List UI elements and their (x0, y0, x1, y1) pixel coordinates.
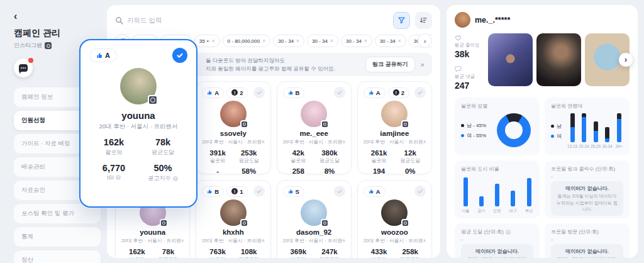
chip-remove-icon[interactable]: × (398, 38, 401, 44)
influencer-meta: 20대 후반 · 서울시 · 프리랜서 (202, 237, 264, 244)
search-input[interactable] (127, 16, 388, 24)
chip-remove-icon[interactable]: × (296, 38, 299, 44)
selected-influencer-card[interactable]: A youuna 20대 후반 · 서울시 · 프리랜서 162k 팔로워 78… (79, 39, 197, 208)
back-icon[interactable]: ‹ (14, 11, 106, 21)
influencer-card[interactable]: A ! woozoo 20대 후반 · 서울시 · 프리랜서 433k팔로워 2… (357, 180, 432, 258)
post-thumbnail[interactable] (488, 33, 533, 86)
notice-close-icon[interactable]: × (421, 61, 425, 69)
influencer-card[interactable]: B ! 1 khxhh 20대 후반 · 서울시 · 프리랜서 763k팔로워 … (196, 180, 270, 258)
chip-remove-icon[interactable]: × (212, 38, 215, 44)
post-thumbnail[interactable] (536, 33, 581, 86)
info-icon: ? (173, 176, 178, 181)
legend-dot-female (461, 134, 464, 137)
city-bar: 경기 (477, 177, 486, 214)
check-icon (417, 89, 423, 96)
gender-chart-card: 팔로워 성별 남 - 45% 여 - 55% (455, 98, 540, 155)
chip-remove-icon[interactable]: × (364, 38, 367, 44)
ad-index-stat: 8%광고지수? (314, 167, 345, 174)
camera-icon (240, 219, 248, 227)
no-data-box: 데이터가 없습니다. 통계는 3개월 이상의 데이터가 누적되는 시점부터 업데… (551, 244, 623, 258)
reach-stat: 247k평균도달 (314, 248, 345, 258)
influencer-card[interactable]: S ! dasom_92 20대 후반 · 서울시 · 프리랜서 369k팔로워… (277, 180, 352, 258)
influencer-card[interactable]: B ! me._eee 20대 후반 · 서울시 · 프리랜서 42k팔로워 3… (277, 81, 352, 174)
select-checkbox[interactable] (253, 87, 265, 98)
select-checkbox[interactable] (334, 87, 345, 98)
app-window: ‹ 캠페인 관리 인스타그램 캠페인 정보 인원선정 가이드 · 자료 배정 배… (0, 0, 644, 263)
avatar (381, 101, 408, 127)
grade-badge: A (364, 186, 386, 197)
influencer-name: ssovely (202, 130, 264, 137)
grade-badge: B (283, 87, 305, 98)
avg-comments-stat: 평균 댓글 247 (455, 66, 482, 91)
grade-badge: A (364, 87, 386, 98)
camera-icon (321, 219, 329, 227)
thumb-up-icon (207, 90, 213, 96)
select-checkbox[interactable] (334, 186, 345, 197)
followers-stat: 42k팔로워 (283, 149, 314, 164)
followers-stat: 433k팔로워 (364, 248, 395, 258)
check-icon (336, 89, 343, 96)
filter-chip[interactable]: 0 - 80,000,000× (223, 35, 271, 47)
influencer-name: youuna (121, 228, 184, 236)
heart-icon (455, 35, 462, 41)
alert-icon: ! (393, 89, 399, 96)
influencer-card[interactable]: A ! 2 iamjinee 20대 후반 · 서울시 · 프리랜서 261k팔… (357, 81, 432, 174)
age-chart-card: 팔로워 연령대 남 여 13-1920-2425-2930-3434+ (545, 98, 630, 155)
thumb-up-icon (96, 52, 103, 59)
filter-button[interactable] (393, 12, 410, 29)
sidebar-item-settlement[interactable]: 정산 (14, 250, 101, 263)
followers-stat: 162k팔로워 (121, 248, 153, 258)
filter-chip[interactable]: 30 - 34× (341, 35, 372, 47)
gender-donut (497, 113, 531, 147)
search-field[interactable] (115, 16, 388, 25)
avatar (120, 68, 157, 104)
sidebar-item-statistics[interactable]: 통계 (14, 227, 101, 247)
detail-username: me._.***** (475, 16, 510, 25)
city-bar: 부산 (525, 177, 533, 214)
alert-badge: ! 1 (226, 186, 248, 197)
influencer-name: woozoo (364, 228, 426, 236)
chips-scroll-next-button[interactable]: › (418, 33, 432, 48)
influencer-meta: 20대 후반 · 서울시 · 프리랜서 (121, 237, 184, 244)
influencer-card[interactable]: A ! 2 ssovely 20대 후반 · 서울시 · 프리랜서 391k팔로… (196, 81, 270, 174)
instagram-icon (45, 42, 52, 49)
sort-button[interactable] (415, 12, 432, 29)
select-checkbox[interactable] (253, 186, 265, 197)
reach-stat: 380k평균도달 (314, 149, 345, 164)
city-bar: 대구 (509, 177, 518, 214)
influencer-name: me._eee (283, 130, 345, 137)
avatar (301, 199, 327, 226)
camera-icon (401, 219, 409, 227)
chat-button[interactable] (14, 59, 33, 77)
chip-remove-icon[interactable]: × (262, 38, 265, 44)
posts-next-button[interactable]: › (619, 53, 633, 67)
filter-chip[interactable]: 30 - 34× (375, 35, 406, 47)
legend-dot-female (551, 135, 554, 138)
selected-checkbox[interactable] (172, 48, 187, 63)
alert-badge: ! 2 (388, 87, 409, 98)
legend-dot-male (461, 124, 464, 127)
camera-icon (160, 219, 168, 227)
select-checkbox[interactable] (414, 186, 426, 197)
check-icon (417, 188, 423, 194)
chip-remove-icon[interactable]: × (330, 38, 333, 44)
detail-avatar (455, 12, 470, 28)
check-icon (176, 52, 184, 59)
filter-chip[interactable]: 30 - 34× (273, 35, 304, 47)
avg-likes-stat: 평균 좋아요 38k (455, 35, 482, 59)
isi-stat: 6,770 ISI? (89, 163, 138, 182)
influencer-meta: 20대 후반 · 서울시 · 프리랜서 (89, 123, 187, 131)
isi-stat: 194ISI? (364, 167, 395, 174)
thumb-up-icon (369, 189, 374, 194)
influencer-name: youuna (89, 110, 187, 121)
select-checkbox[interactable] (414, 87, 426, 98)
age-bar: 34+ (614, 113, 623, 148)
info-icon: ? (116, 175, 121, 180)
filter-chip[interactable]: 35 +× (194, 35, 220, 47)
city-chart-card: 팔로워 도시 비율 서울경기인천대구부산 (455, 160, 540, 218)
share-link-button[interactable]: 링크 공유하기 (365, 57, 415, 72)
ad-index-stat: 58%광고지수? (233, 167, 265, 174)
thumb-up-icon (369, 90, 374, 96)
filter-chip[interactable]: 30 - 34× (307, 35, 338, 47)
camera-icon (321, 120, 329, 128)
